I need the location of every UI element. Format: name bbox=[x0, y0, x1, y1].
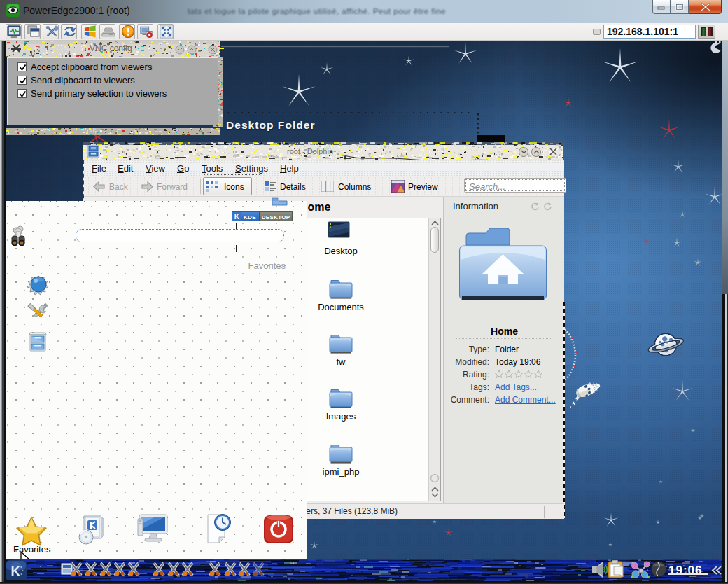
svg-text:root - Dolphin: root - Dolphin bbox=[287, 147, 333, 155]
svg-text:K: K bbox=[234, 213, 240, 221]
svg-text:VNC config: VNC config bbox=[90, 43, 132, 53]
svg-text:K: K bbox=[11, 564, 20, 578]
